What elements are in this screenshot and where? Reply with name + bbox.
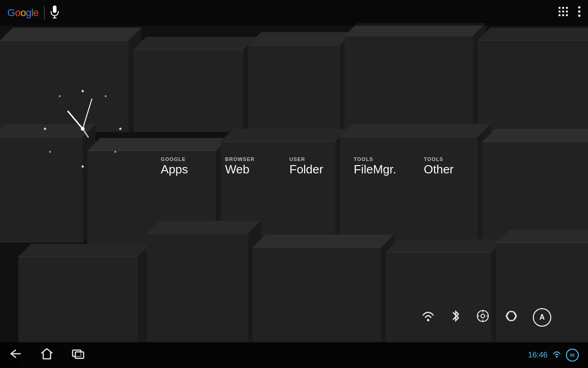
svg-point-19	[105, 95, 107, 97]
shortcuts-row: GOOGLE Apps BROWSER Web USER Folder TOOL…	[161, 156, 460, 176]
svg-point-20	[59, 95, 61, 97]
shortcut-name-3: FileMgr.	[354, 163, 396, 176]
shortcut-name-2: Folder	[289, 163, 323, 176]
battery-badge: 82	[566, 349, 579, 362]
svg-point-12	[578, 6, 581, 9]
more-options-icon[interactable]	[578, 6, 581, 20]
mic-icon[interactable]	[50, 6, 59, 21]
svg-rect-5	[566, 7, 568, 9]
wifi-status-icon	[552, 351, 561, 360]
svg-point-22	[114, 151, 116, 153]
svg-point-29	[481, 314, 485, 318]
shortcut-category-0: GOOGLE	[161, 156, 186, 162]
svg-rect-4	[562, 7, 564, 9]
svg-line-24	[83, 99, 92, 129]
shortcut-category-2: USER	[289, 156, 305, 162]
svg-rect-7	[562, 11, 564, 12]
auto-brightness-label: A	[539, 313, 545, 322]
shortcut-tools-filemgr[interactable]: TOOLS FileMgr.	[354, 156, 396, 176]
shortcut-name-4: Other	[424, 163, 453, 176]
svg-point-17	[44, 128, 46, 130]
shortcut-name-0: Apps	[161, 163, 188, 176]
google-logo: Google	[7, 7, 39, 19]
apps-grid-icon[interactable]	[558, 6, 569, 20]
svg-point-13	[578, 11, 581, 13]
sync-toggle-icon[interactable]	[504, 309, 518, 326]
svg-rect-9	[559, 14, 560, 16]
svg-point-27	[427, 319, 430, 321]
recents-button[interactable]	[72, 348, 86, 362]
svg-point-14	[578, 15, 581, 17]
clock-face	[37, 83, 129, 175]
shortcut-tools-other[interactable]: TOOLS Other	[424, 156, 460, 176]
svg-point-16	[82, 166, 84, 168]
toggles-row: A	[421, 308, 551, 327]
shortcut-user-folder[interactable]: USER Folder	[289, 156, 326, 176]
svg-point-15	[82, 90, 84, 92]
status-time: 16:46	[528, 351, 548, 360]
svg-rect-0	[53, 6, 57, 13]
shortcut-category-1: BROWSER	[225, 156, 254, 162]
svg-line-26	[83, 129, 88, 137]
location-toggle-icon[interactable]	[476, 309, 490, 326]
top-bar-right	[558, 6, 581, 20]
auto-brightness-icon[interactable]: A	[533, 308, 551, 327]
home-button[interactable]	[40, 348, 53, 362]
bluetooth-toggle-icon[interactable]	[450, 309, 461, 327]
back-button[interactable]	[9, 348, 22, 362]
shortcut-category-3: TOOLS	[354, 156, 373, 162]
svg-rect-36	[75, 352, 84, 358]
shortcut-category-4: TOOLS	[424, 156, 443, 162]
svg-point-18	[119, 128, 122, 130]
bottom-bar: 16:46 82	[0, 342, 588, 368]
svg-rect-3	[559, 7, 560, 9]
svg-line-23	[68, 111, 83, 129]
shortcut-browser-web[interactable]: BROWSER Web	[225, 156, 262, 176]
logo-divider	[44, 6, 45, 20]
shortcut-name-1: Web	[225, 163, 249, 176]
shortcut-google-apps[interactable]: GOOGLE Apps	[161, 156, 198, 176]
bottom-nav-left	[9, 348, 86, 362]
svg-rect-8	[566, 11, 568, 12]
battery-level: 82	[570, 353, 575, 357]
svg-rect-6	[559, 11, 560, 12]
svg-point-21	[49, 151, 51, 153]
clock-widget	[37, 83, 147, 193]
svg-point-37	[556, 356, 558, 358]
bottom-status-right: 16:46 82	[528, 349, 579, 362]
svg-rect-11	[566, 14, 568, 16]
top-bar-left: Google	[7, 6, 59, 21]
wifi-toggle-icon[interactable]	[421, 310, 435, 326]
top-bar: Google	[0, 0, 588, 26]
svg-rect-10	[562, 14, 564, 16]
